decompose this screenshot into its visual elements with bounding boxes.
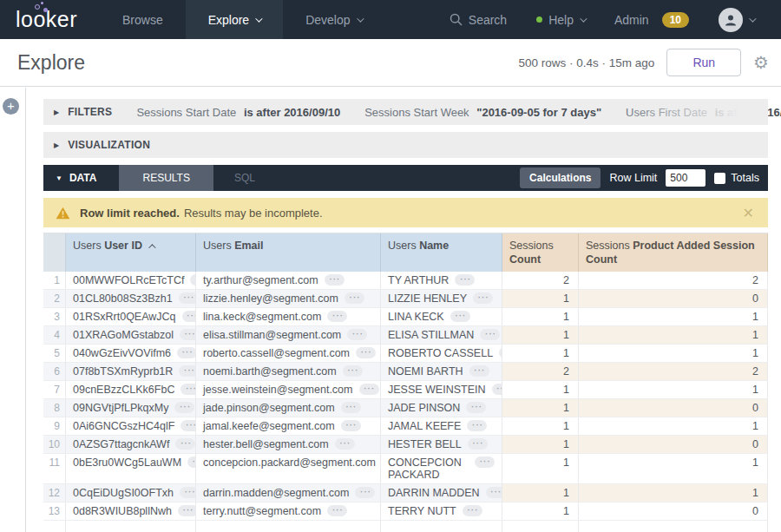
cell-menu-icon[interactable]: ··· [347, 329, 367, 340]
cell-user-id[interactable]: 00MWWFOLRcETcTCf··· [66, 272, 196, 289]
add-field-button[interactable]: + [3, 98, 19, 115]
cell-sessions-count[interactable]: 1 [502, 308, 579, 325]
cell-user-id[interactable]: 07f8bTSXmRyprb1R··· [66, 363, 196, 380]
cell-menu-icon[interactable]: ··· [359, 384, 379, 395]
help-menu[interactable]: Help [522, 13, 600, 27]
cell-email[interactable]: noemi.barth@segment.com··· [196, 363, 381, 380]
cell-menu-icon[interactable]: ··· [187, 456, 196, 468]
cell-menu-icon[interactable]: ··· [466, 402, 486, 413]
close-icon[interactable]: ✕ [743, 205, 756, 221]
cell-email[interactable]: hester.bell@segment.com··· [196, 436, 381, 453]
cell-email[interactable]: darrin.madden@segment.com··· [196, 484, 381, 502]
cell-menu-icon[interactable]: ··· [345, 292, 364, 304]
admin-menu[interactable]: Admin 10 [600, 12, 704, 28]
cell-menu-icon[interactable]: ··· [327, 505, 347, 516]
visualization-panel-header[interactable]: ▶ VISUALIZATION [43, 132, 768, 158]
cell-user-id[interactable]: 0bE3ru0WCg5LauWM··· [66, 454, 196, 483]
calculations-button[interactable]: Calculations [520, 167, 601, 188]
cell-product-added[interactable]: 1 [579, 326, 768, 344]
cell-sessions-count[interactable]: 1 [502, 436, 579, 453]
cell-sessions-count[interactable]: 1 [502, 417, 579, 435]
tab-results[interactable]: RESULTS [119, 165, 213, 191]
cell-product-added[interactable]: 0 [579, 399, 768, 417]
cell-user-id[interactable]: 0CqEiDUgSI0OFTxh··· [66, 484, 196, 502]
column-header-product-added[interactable]: Sessions Product Added Session Count [579, 233, 768, 272]
cell-email[interactable]: lina.keck@segment.com··· [196, 308, 381, 325]
cell-product-added[interactable]: 0 [579, 436, 768, 453]
cell-email[interactable]: ty.arthur@segment.com··· [196, 272, 381, 289]
cell-menu-icon[interactable]: ··· [468, 438, 488, 450]
cell-product-added[interactable]: 0 [579, 502, 768, 520]
cell-menu-icon[interactable]: ··· [325, 274, 345, 286]
cell-name[interactable]: JADE PINSON··· [381, 399, 502, 417]
nav-item-explore[interactable]: Explore [186, 0, 283, 39]
cell-menu-icon[interactable]: ··· [341, 420, 361, 431]
cell-email[interactable]: jesse.weinstein@segment.com··· [196, 381, 381, 398]
cell-name[interactable]: LIZZIE HENLEY··· [381, 290, 502, 307]
cell-product-added[interactable]: 1 [579, 308, 768, 325]
cell-menu-icon[interactable]: ··· [486, 487, 502, 498]
cell-user-id[interactable]: 09cnEBzzCLKk6FbC··· [66, 381, 196, 398]
run-button[interactable]: Run [666, 49, 741, 76]
column-header-name[interactable]: Users Name [381, 233, 502, 272]
cell-sessions-count[interactable]: 2 [502, 363, 579, 380]
column-header-email[interactable]: Users Email [196, 233, 381, 272]
cell-menu-icon[interactable]: ··· [177, 347, 196, 358]
account-menu[interactable] [704, 8, 769, 32]
cell-product-added[interactable]: 1 [579, 417, 768, 435]
cell-user-id[interactable]: 0d8R3WIUB8pllNwh··· [66, 502, 196, 520]
cell-sessions-count[interactable]: 1 [502, 381, 579, 398]
cell-menu-icon[interactable]: ··· [341, 402, 361, 413]
search-button[interactable]: Search [435, 13, 522, 27]
cell-name[interactable]: JESSE WEINSTEIN··· [381, 381, 502, 398]
cell-menu-icon[interactable]: ··· [182, 311, 196, 322]
cell-product-added[interactable]: 1 [579, 454, 768, 483]
cell-product-added[interactable]: 1 [579, 381, 768, 398]
cell-sessions-count[interactable]: 1 [502, 290, 579, 307]
nav-item-browse[interactable]: Browse [100, 0, 186, 39]
cell-product-added[interactable]: 1 [579, 484, 768, 502]
tab-sql[interactable]: SQL [213, 165, 276, 191]
column-header-user-id[interactable]: Users User ID [66, 233, 196, 272]
cell-menu-icon[interactable]: ··· [469, 365, 489, 377]
cell-user-id[interactable]: 040wGzEivVOVifm6··· [66, 345, 196, 362]
cell-email[interactable]: terry.nutt@segment.com··· [196, 502, 381, 520]
nav-item-develop[interactable]: Develop [283, 0, 384, 39]
cell-sessions-count[interactable]: 2 [502, 272, 579, 289]
cell-email[interactable]: lizzie.henley@segment.com··· [196, 290, 381, 307]
cell-name[interactable]: JAMAL KEEFE··· [381, 417, 502, 435]
cell-menu-icon[interactable]: ··· [463, 505, 482, 516]
cell-menu-icon[interactable]: ··· [179, 365, 196, 377]
cell-menu-icon[interactable]: ··· [175, 438, 195, 450]
cell-user-id[interactable]: 0AZSG7ttagcnkAWf··· [66, 436, 196, 453]
gear-icon[interactable]: ⚙ [753, 54, 769, 71]
cell-email[interactable]: jade.pinson@segment.com··· [196, 399, 381, 417]
cell-menu-icon[interactable]: ··· [327, 311, 347, 322]
cell-product-added[interactable]: 2 [579, 272, 768, 289]
column-header-sessions-count[interactable]: Sessions Count [502, 233, 579, 272]
cell-menu-icon[interactable]: ··· [180, 487, 196, 498]
cell-menu-icon[interactable]: ··· [355, 487, 375, 498]
cell-email[interactable]: roberto.cassell@segment.com··· [196, 345, 381, 362]
cell-name[interactable]: LINA KECK··· [381, 308, 502, 325]
cell-email[interactable]: concepcion.packard@segment.com··· [196, 454, 381, 483]
cell-product-added[interactable]: 2 [579, 363, 768, 380]
cell-name[interactable]: CONCEPCION PACKARD··· [381, 454, 502, 483]
cell-sessions-count[interactable]: 1 [502, 454, 579, 483]
cell-menu-icon[interactable]: ··· [178, 505, 196, 516]
cell-name[interactable]: TY ARTHUR··· [381, 272, 502, 289]
cell-menu-icon[interactable]: ··· [492, 384, 502, 395]
cell-menu-icon[interactable]: ··· [467, 420, 487, 431]
cell-sessions-count[interactable]: 1 [502, 345, 579, 362]
cell-menu-icon[interactable]: ··· [455, 274, 475, 286]
data-panel-toggle[interactable]: ▼ DATA [43, 165, 119, 191]
filters-panel-header[interactable]: ▶ FILTERS Sessions Start Date is after 2… [43, 99, 768, 125]
cell-sessions-count[interactable]: 1 [502, 502, 579, 520]
cell-user-id[interactable]: 01CL80b08Sz3Bzh1··· [66, 290, 196, 307]
cell-name[interactable]: ROBERTO CASSELL··· [381, 345, 502, 362]
cell-menu-icon[interactable]: ··· [343, 365, 363, 377]
cell-name[interactable]: NOEMI BARTH··· [381, 363, 502, 380]
cell-user-id[interactable]: 09NGVtjPfLPkqxMy··· [66, 399, 196, 417]
cell-name[interactable]: DARRIN MADDEN··· [381, 484, 502, 502]
cell-menu-icon[interactable]: ··· [475, 456, 495, 468]
